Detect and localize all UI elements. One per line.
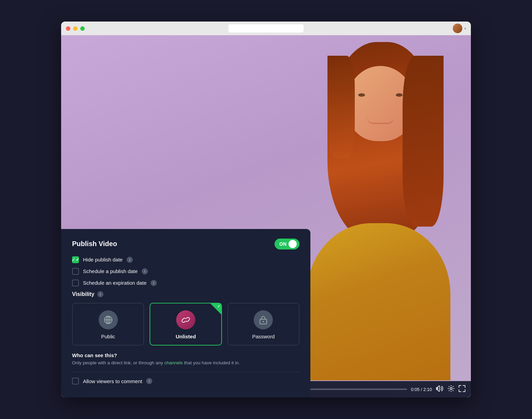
allow-comment-row: Allow viewers to comment i	[72, 378, 299, 384]
who-can-see-section: Who can see this? Only people with a dir…	[72, 352, 299, 366]
schedule-publish-row: Schedule a publish date i	[72, 268, 299, 275]
who-can-see-desc: Only people with a direct link, or throu…	[72, 360, 299, 366]
allow-comment-checkbox[interactable]	[72, 378, 79, 384]
schedule-expiration-label: Schedule an expiration date	[83, 280, 146, 286]
visibility-info-icon[interactable]: i	[97, 291, 103, 297]
schedule-publish-info-icon[interactable]: i	[142, 268, 148, 274]
avatar-dropdown-chevron[interactable]: ▾	[464, 27, 466, 30]
publish-toggle[interactable]: ON	[275, 239, 299, 249]
public-icon	[99, 310, 118, 329]
woman-hair-right	[403, 56, 444, 227]
allow-comment-label: Allow viewers to comment	[83, 378, 142, 384]
selected-check-mark: ✓	[217, 304, 220, 309]
hide-publish-date-row: ✓ Hide publish date i	[72, 256, 299, 263]
check-icon: ✓	[71, 257, 76, 263]
schedule-expiration-checkbox[interactable]	[72, 280, 79, 286]
visibility-password-option[interactable]: Password	[227, 303, 299, 346]
schedule-expiration-row: Schedule an expiration date i	[72, 280, 299, 286]
unlisted-label: Unlisted	[176, 334, 196, 339]
hide-publish-date-label: Hide publish date	[83, 257, 123, 262]
toggle-knob	[289, 240, 297, 248]
visibility-section-label: Visibility i	[72, 291, 299, 297]
publish-panel: Publish Video ON ✓ Hide publish date i S…	[61, 229, 310, 397]
browser-content: 0:05 / 2:10	[61, 35, 471, 397]
woman-smile	[367, 117, 394, 124]
browser-titlebar: ▾	[61, 22, 471, 35]
svg-point-0	[450, 388, 452, 390]
visibility-public-option[interactable]: Public	[72, 303, 144, 346]
address-bar[interactable]	[228, 24, 304, 32]
woman-eye-left	[358, 93, 365, 97]
video-time-total: 2:10	[423, 387, 432, 392]
panel-divider	[72, 372, 299, 372]
who-can-see-title: Who can see this?	[72, 352, 299, 358]
allow-comment-info-icon[interactable]: i	[146, 378, 152, 384]
fullscreen-icon[interactable]	[459, 385, 465, 394]
schedule-publish-checkbox[interactable]	[72, 268, 79, 275]
video-time-separator: /	[421, 387, 423, 392]
visibility-label: Visibility	[72, 291, 95, 297]
settings-icon[interactable]	[448, 385, 454, 394]
password-label: Password	[252, 334, 275, 339]
toggle-label: ON	[279, 241, 286, 247]
schedule-expiration-info-icon[interactable]: i	[151, 280, 157, 286]
panel-header: Publish Video ON	[72, 239, 299, 249]
visibility-unlisted-option[interactable]: ✓ Unlisted	[150, 303, 222, 346]
public-label: Public	[101, 334, 115, 339]
visibility-options: Public ✓	[72, 303, 299, 346]
panel-title: Publish Video	[72, 240, 117, 248]
video-time: 0:05 / 2:10	[411, 387, 432, 392]
woman-eye-right	[396, 93, 403, 97]
schedule-publish-label: Schedule a publish date	[83, 268, 138, 274]
hide-publish-date-info-icon[interactable]: i	[127, 257, 133, 263]
desc-part2: that you have included it in.	[183, 360, 240, 365]
desc-part1: Only people with a direct link, or throu…	[72, 360, 164, 365]
password-icon	[254, 310, 273, 329]
hide-publish-date-checkbox[interactable]: ✓	[72, 256, 79, 263]
woman-hair-left	[327, 56, 355, 158]
traffic-light-green[interactable]	[80, 26, 85, 31]
woman-sweater	[307, 223, 450, 380]
traffic-light-yellow[interactable]	[73, 26, 78, 31]
user-avatar[interactable]	[453, 24, 462, 33]
volume-icon[interactable]	[436, 386, 444, 393]
video-time-current: 0:05	[411, 387, 420, 392]
svg-point-6	[263, 321, 264, 322]
browser-window: ▾	[61, 22, 471, 397]
unlisted-icon	[176, 310, 195, 329]
desc-channels: channels	[164, 360, 183, 365]
traffic-light-red[interactable]	[66, 26, 70, 31]
